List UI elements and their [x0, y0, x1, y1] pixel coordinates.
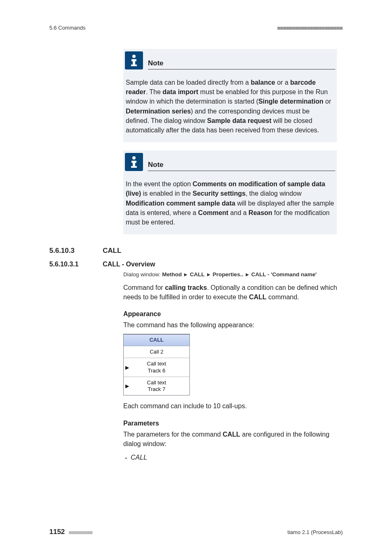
dialog-path-part: CALL — [190, 271, 205, 278]
play-icon: ▶ — [125, 383, 129, 389]
svg-point-4 — [132, 156, 136, 160]
call-block-title: CALL — [124, 335, 189, 346]
subsection-heading: 5.6.10.3.1 CALL - Overview — [49, 261, 343, 268]
section-heading: 5.6.10.3 CALL — [49, 247, 343, 255]
dialog-path-part: CALL - 'Command name' — [251, 271, 316, 278]
running-header: 5.6 Commands ■■■■■■■■■■■■■■■■■■■■■■ — [49, 25, 343, 31]
call-row-line: Track 6 — [148, 368, 166, 374]
page: 5.6 Commands ■■■■■■■■■■■■■■■■■■■■■■ Note — [0, 0, 392, 555]
call-block-row: Call 2 — [124, 346, 189, 358]
dialog-path-part: Properties.. — [213, 271, 243, 278]
svg-rect-3 — [131, 65, 137, 66]
note-title: Note — [148, 161, 335, 170]
play-icon: ▶ — [125, 364, 129, 370]
appearance-lead: The command has the following appearance… — [123, 320, 339, 330]
footer-ticks: ■■■■■■■■ — [69, 530, 92, 535]
section-title: CALL — [103, 247, 121, 255]
intro-paragraph: Command for calling tracks. Optionally a… — [123, 283, 339, 302]
subsection-number: 5.6.10.3.1 — [49, 261, 103, 268]
section-number: 5.6.10.3 — [49, 247, 103, 255]
parameters-lead: The parameters for the command CALL are … — [123, 430, 339, 449]
triangle-icon: ▶ — [245, 272, 250, 277]
parameters-list-item: CALL — [131, 453, 339, 462]
call-row-line: Call text — [147, 361, 166, 367]
note-block-2: Note In the event the option Comments on… — [123, 150, 337, 234]
dialog-path: Dialog window: Method ▶ CALL ▶ Propertie… — [123, 271, 339, 279]
triangle-icon: ▶ — [206, 272, 211, 277]
call-row-line: Call 2 — [150, 349, 163, 355]
note-body: In the event the option Comments on modi… — [125, 179, 335, 227]
call-command-block: CALL Call 2 ▶ Call text Track 6 ▶ Call t… — [123, 334, 190, 395]
body-column: Dialog window: Method ▶ CALL ▶ Propertie… — [123, 271, 339, 462]
note-title: Note — [148, 59, 335, 68]
header-ticks: ■■■■■■■■■■■■■■■■■■■■■■ — [277, 25, 343, 31]
call-block-row: ▶ Call text Track 6 — [124, 358, 189, 377]
dialog-path-prefix: Dialog window: — [123, 271, 162, 278]
svg-rect-7 — [131, 166, 137, 168]
appearance-heading: Appearance — [123, 309, 339, 319]
call-row-line: Call text — [147, 379, 166, 386]
subsection-title: CALL - Overview — [103, 261, 155, 268]
parameters-list: CALL — [123, 453, 339, 462]
svg-point-0 — [132, 55, 136, 58]
parameters-heading: Parameters — [123, 419, 339, 428]
dialog-path-part: Method — [162, 271, 182, 278]
page-footer: 1152 ■■■■■■■■ tiamo 2.1 (ProcessLab) — [49, 528, 343, 536]
call-row-line: Track 7 — [148, 386, 166, 392]
info-icon — [125, 51, 143, 69]
page-number: 1152 — [49, 528, 65, 536]
after-block-text: Each command can include to 10 call-ups. — [123, 401, 339, 411]
note-body: Sample data can be loaded directly from … — [125, 78, 335, 135]
footer-product: tiamo 2.1 (ProcessLab) — [288, 529, 343, 535]
call-block-row: ▶ Call text Track 7 — [124, 377, 189, 395]
note-block-1: Note Sample data can be loaded directly … — [123, 49, 337, 142]
section-path: 5.6 Commands — [49, 25, 85, 31]
triangle-icon: ▶ — [183, 272, 188, 277]
info-icon — [125, 153, 143, 171]
